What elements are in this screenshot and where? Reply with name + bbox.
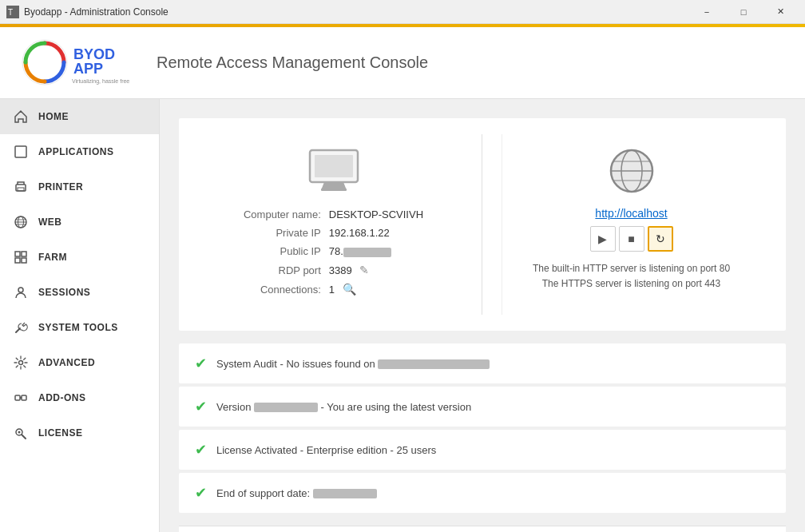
rdp-port-value: 3389: [329, 264, 352, 276]
sidebar-item-license[interactable]: LICENSE: [0, 415, 159, 451]
content-area: Computer name: DESKTOP-SCVIIVH Private I…: [160, 99, 805, 532]
add-ons-icon: [13, 390, 29, 406]
status-item-support: ✔ End of support date:: [179, 473, 786, 513]
sidebar-item-home[interactable]: HOME: [0, 99, 159, 134]
support-text: End of support date:: [216, 487, 377, 499]
info-panels: Computer name: DESKTOP-SCVIIVH Private I…: [179, 118, 786, 331]
sidebar-home-label: HOME: [38, 111, 69, 122]
computer-info-table: Computer name: DESKTOP-SCVIIVH Private I…: [242, 207, 425, 302]
svg-rect-6: [15, 146, 26, 157]
sidebar-license-label: LICENSE: [38, 427, 83, 439]
sidebar-printer-label: PRINTER: [38, 181, 83, 193]
window-controls: − □ ✕: [688, 0, 799, 24]
http-status: The built-in HTTP server is listening on…: [533, 261, 730, 276]
advanced-icon: [13, 355, 29, 371]
sidebar-item-applications[interactable]: APPLICATIONS: [0, 134, 159, 169]
svg-rect-14: [22, 258, 26, 263]
logo: BYOD APP Virtualizing, hassle free acces…: [19, 37, 131, 89]
rdp-port-label: RDP port: [244, 264, 327, 281]
check-icon-audit: ✔: [195, 355, 207, 372]
home-icon: [13, 109, 29, 125]
sidebar-advanced-label: ADVANCED: [38, 357, 95, 368]
private-ip-value: 192.168.1.22: [329, 227, 390, 239]
header: BYOD APP Virtualizing, hassle free acces…: [0, 27, 805, 99]
system-tools-icon: [13, 320, 29, 335]
stop-server-button[interactable]: ■: [619, 226, 644, 252]
maximize-button[interactable]: □: [725, 0, 762, 24]
check-icon-support: ✔: [195, 484, 207, 502]
sidebar-item-farm[interactable]: FARM: [0, 240, 159, 275]
localhost-link[interactable]: http://localhost: [595, 207, 667, 220]
panel-divider: [482, 134, 482, 315]
server-info: The built-in HTTP server is listening on…: [533, 261, 730, 292]
audit-text: System Audit - No issues found on: [216, 358, 490, 370]
printer-icon: [13, 179, 29, 195]
sidebar-item-advanced[interactable]: ADVANCED: [0, 345, 159, 380]
sidebar-web-label: WEB: [38, 216, 62, 228]
svg-text:Virtualizing, hassle free acce: Virtualizing, hassle free access: [72, 78, 131, 85]
license-icon: [13, 425, 29, 441]
private-ip-label: Private IP: [244, 227, 327, 244]
sidebar-sessions-label: SESSIONS: [38, 287, 90, 298]
svg-rect-13: [15, 258, 20, 263]
public-ip-value: 78.: [329, 245, 391, 257]
status-item-audit: ✔ System Audit - No issues found on: [179, 343, 786, 383]
sidebar-item-system-tools[interactable]: SYSTEM TOOLS: [0, 310, 159, 345]
logo-svg: BYOD APP Virtualizing, hassle free acces…: [19, 37, 131, 89]
svg-point-20: [18, 431, 21, 434]
edit-rdp-icon[interactable]: ✎: [359, 264, 369, 276]
server-controls: ▶ ■ ↻: [590, 226, 673, 252]
start-server-button[interactable]: ▶: [590, 226, 616, 252]
svg-rect-18: [22, 395, 26, 400]
window-title: Byodapp - Administration Console: [24, 6, 688, 18]
sidebar-system-tools-label: SYSTEM TOOLS: [38, 322, 118, 333]
svg-rect-11: [15, 252, 20, 256]
svg-rect-23: [321, 189, 347, 191]
sidebar: HOME APPLICATIONS PRINTER: [0, 99, 160, 532]
footer: English French German Spanish ▼ ? Help: [179, 526, 786, 532]
sidebar-item-sessions[interactable]: SESSIONS: [0, 275, 159, 310]
connections-label: Connections:: [244, 283, 327, 300]
sidebar-item-web[interactable]: WEB: [0, 204, 159, 240]
search-connections-icon[interactable]: 🔍: [343, 283, 356, 296]
svg-text:APP: APP: [73, 61, 103, 77]
main-layout: HOME APPLICATIONS PRINTER: [0, 99, 805, 532]
https-status: The HTTPS server is listening on port 44…: [533, 276, 730, 292]
svg-rect-12: [22, 252, 26, 256]
sidebar-item-add-ons[interactable]: ADD-ONS: [0, 380, 159, 415]
sessions-icon: [13, 284, 29, 300]
web-icon: [13, 214, 29, 230]
computer-name-label: Computer name:: [244, 208, 327, 225]
titlebar: T Byodapp - Administration Console − □ ✕: [0, 0, 805, 24]
minimize-button[interactable]: −: [688, 0, 725, 24]
sidebar-applications-label: APPLICATIONS: [38, 146, 113, 157]
svg-text:T: T: [8, 8, 13, 17]
restart-server-button[interactable]: ↻: [648, 226, 673, 252]
server-globe-icon: [603, 147, 660, 197]
status-item-version: ✔ Version - You are using the latest ver…: [179, 387, 786, 427]
svg-point-2: [22, 40, 67, 85]
farm-icon: [13, 249, 29, 265]
app-title: Remote Access Management Console: [157, 54, 428, 72]
sidebar-item-printer[interactable]: PRINTER: [0, 169, 159, 204]
version-text: Version - You are using the latest versi…: [216, 401, 471, 413]
svg-text:BYOD: BYOD: [73, 46, 115, 62]
svg-rect-22: [315, 155, 353, 177]
sidebar-add-ons-label: ADD-ONS: [38, 392, 86, 403]
app-icon: T: [6, 6, 19, 18]
server-panel: http://localhost ▶ ■ ↻ The built-in HTTP…: [502, 134, 760, 315]
svg-point-16: [19, 361, 23, 365]
status-item-license: ✔ License Activated - Enterprise edition…: [179, 430, 786, 470]
computer-name-value: DESKTOP-SCVIIVH: [329, 208, 423, 220]
close-button[interactable]: ✕: [762, 0, 799, 24]
applications-icon: [13, 144, 29, 160]
check-icon-license: ✔: [195, 441, 207, 459]
svg-point-15: [18, 288, 23, 292]
computer-icon: [305, 147, 363, 197]
computer-panel: Computer name: DESKTOP-SCVIIVH Private I…: [204, 134, 462, 315]
sidebar-farm-label: FARM: [38, 252, 67, 263]
connections-value: 1: [329, 284, 335, 296]
public-ip-label: Public IP: [244, 245, 327, 262]
license-text: License Activated - Enterprise edition -…: [216, 444, 436, 456]
status-list: ✔ System Audit - No issues found on ✔ Ve…: [179, 343, 786, 513]
